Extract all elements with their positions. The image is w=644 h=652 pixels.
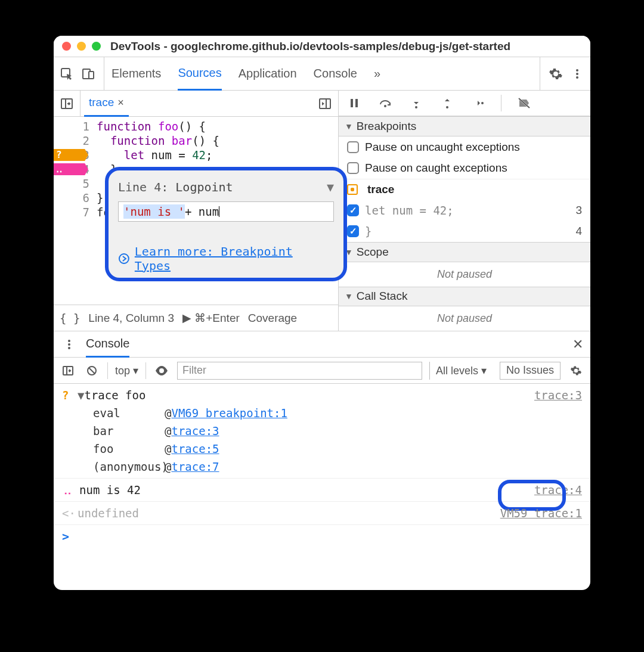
- file-tabbar: trace ×: [54, 91, 338, 117]
- svg-rect-18: [63, 367, 73, 375]
- breakpoint-file-row[interactable]: trace: [339, 179, 590, 200]
- debugger-pane: ▼Breakpoints Pause on uncaught exception…: [339, 91, 590, 331]
- breakpoint-type-select[interactable]: Logpoint: [175, 180, 322, 194]
- svg-point-8: [119, 254, 129, 263]
- gear-icon[interactable]: [568, 362, 584, 379]
- callstack-section-header[interactable]: ▼Call Stack: [339, 287, 590, 307]
- svg-rect-9: [351, 99, 353, 107]
- close-file-icon[interactable]: ×: [117, 97, 124, 109]
- breakpoint-marker-line3[interactable]: ?: [54, 149, 88, 161]
- tab-sources[interactable]: Sources: [178, 57, 221, 91]
- logpoint-expression-input[interactable]: 'num is ' + num: [118, 201, 334, 222]
- main-tabbar: Elements Sources Application Console »: [54, 57, 590, 91]
- cursor-position: Line 4, Column 3: [88, 312, 174, 325]
- line-gutter: 1 2 ?3 ‥4 5 6 7: [54, 117, 97, 305]
- tab-more[interactable]: »: [374, 57, 380, 91]
- code-editor[interactable]: 1 2 ?3 ‥4 5 6 7 function foo() { functio…: [54, 117, 338, 305]
- svg-point-17: [68, 347, 70, 349]
- logpoint-icon: ‥: [64, 483, 72, 496]
- console-trace-row[interactable]: ? ▼trace foo eval@ VM69 breakpoint:1 bar…: [54, 384, 590, 479]
- learn-more-link[interactable]: Learn more: Breakpoint Types: [118, 244, 334, 273]
- source-link[interactable]: trace:4: [534, 481, 582, 499]
- context-selector[interactable]: top ▾: [115, 364, 138, 377]
- breakpoint-item-4[interactable]: }4: [339, 221, 590, 242]
- clear-console-icon[interactable]: [83, 362, 100, 379]
- step-into-icon[interactable]: [408, 95, 425, 111]
- editor-status-bar: { } Line 4, Column 3 ▶ ⌘+Enter Coverage: [54, 305, 338, 331]
- logpoint-editor-popup: Line 4: Logpoint ▼ 'num is ' + num Learn…: [105, 167, 347, 281]
- svg-rect-2: [89, 72, 94, 79]
- callstack-not-paused: Not paused: [339, 306, 590, 331]
- svg-rect-10: [355, 99, 358, 107]
- logpoint-marker-line4[interactable]: ‥: [54, 163, 88, 175]
- breakpoint-item-3[interactable]: let num = 42;3: [339, 200, 590, 221]
- svg-point-5: [576, 76, 578, 79]
- svg-point-16: [68, 343, 70, 346]
- file-tab-label: trace: [89, 96, 114, 109]
- svg-point-15: [68, 340, 70, 342]
- console-toolbar: top ▾ Filter All levels ▾ No Issues: [54, 358, 590, 384]
- breakpoints-section-header[interactable]: ▼Breakpoints: [339, 116, 590, 136]
- minimize-window-button[interactable]: [77, 42, 86, 51]
- file-tab-trace[interactable]: trace ×: [84, 91, 129, 117]
- chevron-down-icon: ▼: [345, 291, 353, 301]
- svg-point-11: [384, 105, 386, 107]
- maximize-window-button[interactable]: [92, 42, 101, 51]
- svg-point-12: [415, 106, 417, 108]
- issues-button[interactable]: No Issues: [500, 362, 561, 380]
- pause-icon[interactable]: [346, 95, 363, 111]
- scope-section-header[interactable]: ▼Scope: [339, 242, 590, 262]
- svg-point-3: [576, 69, 578, 72]
- devtools-window: DevTools - googlechrome.github.io/devtoo…: [54, 36, 590, 590]
- trace-icon: ?: [62, 389, 69, 402]
- titlebar: DevTools - googlechrome.github.io/devtoo…: [54, 36, 590, 57]
- filter-input[interactable]: Filter: [177, 362, 422, 380]
- sources-editor-pane: trace × 1 2 ?3 ‥4 5: [54, 91, 339, 331]
- console-prompt[interactable]: >: [54, 525, 590, 548]
- file-badge-icon: [347, 184, 358, 195]
- step-icon[interactable]: [470, 95, 487, 111]
- stack-link[interactable]: VM69 breakpoint:1: [171, 404, 287, 422]
- source-link[interactable]: trace:3: [534, 386, 582, 476]
- drawer-tab-console[interactable]: Console: [86, 331, 129, 358]
- stack-link[interactable]: trace:3: [171, 422, 219, 440]
- caught-exceptions-checkbox[interactable]: Pause on caught exceptions: [339, 157, 590, 178]
- tab-console[interactable]: Console: [314, 57, 357, 91]
- kebab-icon[interactable]: [61, 336, 78, 353]
- tab-elements[interactable]: Elements: [112, 57, 161, 91]
- device-icon[interactable]: [80, 66, 97, 82]
- close-drawer-icon[interactable]: ✕: [572, 337, 583, 352]
- run-snippet-icon[interactable]: [317, 95, 333, 112]
- source-link[interactable]: VM59 trace:1: [500, 504, 582, 522]
- scope-not-paused: Not paused: [339, 262, 590, 287]
- live-expression-icon[interactable]: [153, 362, 170, 379]
- console-log-row[interactable]: ‥ num is 42 trace:4: [54, 479, 590, 502]
- pretty-print-icon[interactable]: { }: [60, 312, 80, 325]
- chevron-down-icon[interactable]: ▼: [327, 180, 334, 194]
- console-result-row[interactable]: <· undefined VM59 trace:1: [54, 502, 590, 525]
- gear-icon[interactable]: [547, 66, 564, 82]
- inspect-icon[interactable]: [58, 66, 75, 82]
- stack-link[interactable]: trace:5: [171, 440, 219, 458]
- uncaught-exceptions-checkbox[interactable]: Pause on uncaught exceptions: [339, 136, 590, 157]
- run-shortcut[interactable]: ▶ ⌘+Enter: [182, 311, 240, 325]
- svg-rect-7: [320, 99, 330, 108]
- step-out-icon[interactable]: [439, 95, 456, 111]
- window-title: DevTools - googlechrome.github.io/devtoo…: [110, 40, 510, 53]
- console-sidebar-icon[interactable]: [60, 362, 76, 379]
- step-over-icon[interactable]: [377, 95, 394, 111]
- close-window-button[interactable]: [62, 42, 71, 51]
- show-navigator-icon[interactable]: [58, 95, 75, 112]
- tab-application[interactable]: Application: [239, 57, 297, 91]
- stack-link[interactable]: trace:7: [171, 458, 219, 476]
- chevron-down-icon: ▼: [345, 122, 353, 131]
- debugger-toolbar: [339, 91, 590, 116]
- popup-line-label: Line 4:: [118, 180, 168, 194]
- drawer-tabbar: Console ✕: [54, 331, 590, 358]
- kebab-icon[interactable]: [569, 66, 586, 82]
- svg-point-4: [576, 73, 578, 75]
- window-controls: [62, 42, 101, 51]
- coverage-button[interactable]: Coverage: [248, 312, 297, 325]
- deactivate-breakpoints-icon[interactable]: [516, 95, 532, 111]
- log-levels-select[interactable]: All levels ▾: [429, 362, 493, 380]
